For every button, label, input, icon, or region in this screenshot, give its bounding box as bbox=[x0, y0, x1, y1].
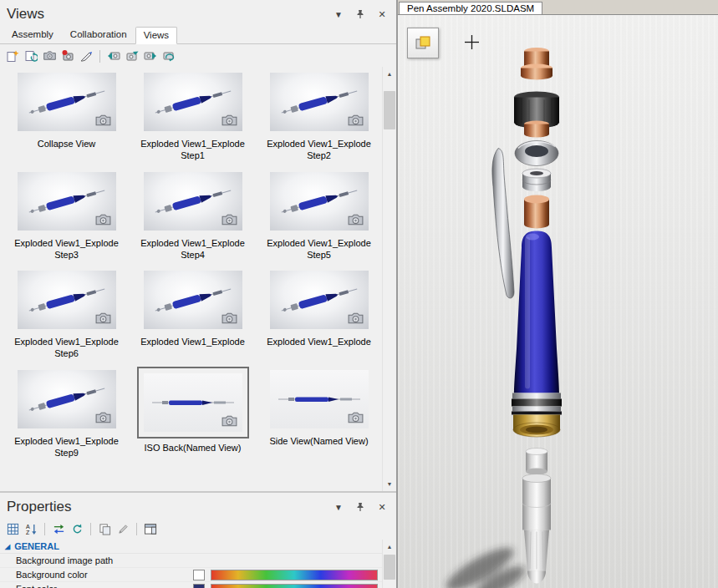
paint-view-icon[interactable] bbox=[78, 48, 94, 64]
update-view-icon[interactable] bbox=[23, 48, 39, 64]
properties-scrollbar[interactable]: ▲ bbox=[382, 540, 396, 588]
pen-shadow bbox=[441, 540, 529, 588]
sort-alphabetical-icon[interactable]: AZ bbox=[23, 520, 39, 537]
toolbar-separator bbox=[90, 523, 91, 535]
svg-text:A: A bbox=[25, 524, 29, 530]
record-state-icon[interactable] bbox=[59, 48, 76, 64]
tab-views[interactable]: Views bbox=[135, 27, 177, 44]
section-expander-icon[interactable]: ◢ bbox=[5, 543, 10, 550]
copy-icon[interactable] bbox=[96, 520, 113, 537]
scroll-track[interactable] bbox=[383, 81, 396, 477]
scroll-thumb[interactable] bbox=[384, 91, 395, 129]
view-thumbnail-image[interactable] bbox=[270, 73, 369, 131]
chevron-down-icon[interactable]: ▼ bbox=[333, 501, 344, 513]
scroll-track[interactable] bbox=[383, 554, 396, 588]
views-scrollbar[interactable]: ▲ ▼ bbox=[382, 67, 396, 491]
view-thumbnail-cell[interactable]: Exploded View1_Explode Step6 bbox=[3, 267, 130, 360]
viewport-3d[interactable] bbox=[398, 14, 718, 588]
tab-assembly[interactable]: Assembly bbox=[3, 26, 62, 43]
view-thumbnail-cell[interactable]: Collapse View bbox=[3, 69, 130, 162]
view-thumbnail-image[interactable] bbox=[144, 373, 242, 432]
camera-badge-icon bbox=[347, 411, 364, 425]
property-label: Font color bbox=[16, 584, 193, 588]
views-list-area: Collapse View Exploded View1_Explode Ste… bbox=[0, 67, 396, 491]
property-value[interactable] bbox=[193, 570, 378, 580]
panel-icon[interactable] bbox=[142, 520, 159, 537]
properties-grid: ◢ GENERAL Background image path Backgrou… bbox=[0, 540, 382, 588]
scroll-up-icon[interactable]: ▲ bbox=[383, 540, 396, 554]
pin-icon[interactable] bbox=[354, 8, 366, 20]
view-thumbnail-cell[interactable]: Exploded View1_Explode Step1 bbox=[130, 69, 256, 162]
view-thumbnail-image[interactable] bbox=[270, 172, 369, 231]
categorized-icon[interactable] bbox=[4, 520, 21, 537]
views-panel-tabs: Assembly Collaboration Views bbox=[0, 24, 396, 44]
section-label: GENERAL bbox=[14, 541, 59, 551]
swap-icon[interactable] bbox=[50, 520, 67, 537]
properties-panel: Properties ▼ ✕ AZ bbox=[0, 491, 396, 588]
view-thumbnail-cell[interactable]: Exploded View1_Explode Step2 bbox=[256, 69, 382, 162]
camera-badge-icon bbox=[94, 312, 112, 326]
color-gradient-bar[interactable] bbox=[211, 570, 378, 580]
toolbar-separator bbox=[44, 523, 45, 535]
next-view-icon[interactable] bbox=[142, 48, 159, 64]
view-thumbnail-cell-selected[interactable]: ISO Back(Named View) bbox=[130, 367, 256, 459]
create-view-icon[interactable] bbox=[4, 48, 21, 64]
view-thumbnail-cell[interactable]: Exploded View1_Explode bbox=[130, 267, 256, 360]
color-swatch[interactable] bbox=[193, 584, 205, 588]
close-icon[interactable]: ✕ bbox=[376, 501, 388, 513]
edit-pencil-icon[interactable] bbox=[115, 520, 131, 537]
viewport-pages-button[interactable] bbox=[407, 28, 439, 58]
pen-exploded-model bbox=[492, 48, 562, 584]
property-row[interactable]: Background image path bbox=[0, 554, 382, 568]
view-thumbnail-cell[interactable]: Exploded View1_Explode Step9 bbox=[3, 367, 130, 459]
tab-collaboration[interactable]: Collaboration bbox=[62, 26, 135, 43]
loop-view-icon[interactable] bbox=[160, 48, 177, 64]
views-panel-title: Views bbox=[7, 6, 44, 23]
properties-body: ◢ GENERAL Background image path Backgrou… bbox=[0, 540, 396, 588]
view-thumbnail-image[interactable] bbox=[18, 73, 116, 131]
camera-badge-icon bbox=[94, 213, 112, 227]
part-white-coupler bbox=[526, 449, 547, 475]
prev-view-icon[interactable] bbox=[105, 48, 122, 64]
scroll-thumb[interactable] bbox=[384, 555, 395, 580]
property-row[interactable]: Background color bbox=[0, 568, 382, 582]
view-thumbnail-image[interactable] bbox=[18, 370, 116, 428]
scroll-down-icon[interactable]: ▼ bbox=[383, 477, 396, 491]
close-icon[interactable]: ✕ bbox=[376, 8, 388, 20]
view-thumbnail-cell[interactable]: Exploded View1_Explode bbox=[256, 267, 382, 360]
left-dock: Views ▼ ✕ Assembly Collaboration Views bbox=[0, 0, 398, 588]
view-thumbnail-cell[interactable]: Exploded View1_Explode Step3 bbox=[3, 169, 130, 261]
pin-icon[interactable] bbox=[354, 501, 366, 513]
property-row[interactable]: Font color bbox=[0, 582, 382, 588]
views-panel: Views ▼ ✕ Assembly Collaboration Views bbox=[0, 0, 396, 491]
view-thumbnail-image[interactable] bbox=[144, 271, 242, 329]
view-thumbnail-image[interactable] bbox=[144, 73, 242, 131]
camera-badge-icon bbox=[221, 312, 238, 326]
camera-badge-icon bbox=[347, 312, 364, 326]
section-header-general[interactable]: ◢ GENERAL bbox=[0, 540, 382, 554]
camera-badge-icon bbox=[221, 414, 238, 428]
view-thumbnail-cell[interactable]: Exploded View1_Explode Step5 bbox=[256, 169, 382, 261]
view-thumbnail-image[interactable] bbox=[18, 271, 116, 329]
camera-view-icon[interactable] bbox=[41, 48, 58, 64]
view-thumbnail-cell[interactable]: Side View(Named View) bbox=[256, 367, 382, 459]
scroll-up-icon[interactable]: ▲ bbox=[383, 67, 396, 81]
toolbar-separator bbox=[99, 50, 100, 63]
up-view-icon[interactable] bbox=[124, 48, 140, 64]
view-thumbnail-image[interactable] bbox=[270, 370, 369, 428]
view-thumbnail-image[interactable] bbox=[18, 172, 116, 231]
view-thumbnail-cell[interactable]: Exploded View1_Explode Step4 bbox=[130, 169, 256, 261]
property-value[interactable] bbox=[193, 584, 378, 588]
view-thumbnail-image[interactable] bbox=[270, 271, 369, 329]
refresh-icon[interactable] bbox=[69, 520, 85, 537]
document-tab[interactable]: Pen Assembly 2020.SLDASM bbox=[399, 2, 542, 14]
chevron-down-icon[interactable]: ▼ bbox=[333, 8, 344, 20]
part-pen-clip bbox=[492, 149, 514, 298]
part-washers bbox=[522, 169, 551, 191]
svg-text:Z: Z bbox=[25, 530, 29, 535]
view-thumbnail-image[interactable] bbox=[144, 172, 242, 231]
color-swatch[interactable] bbox=[193, 570, 205, 580]
color-gradient-bar[interactable] bbox=[211, 584, 378, 588]
properties-panel-title: Properties bbox=[7, 499, 71, 515]
property-label: Background image path bbox=[16, 555, 193, 565]
